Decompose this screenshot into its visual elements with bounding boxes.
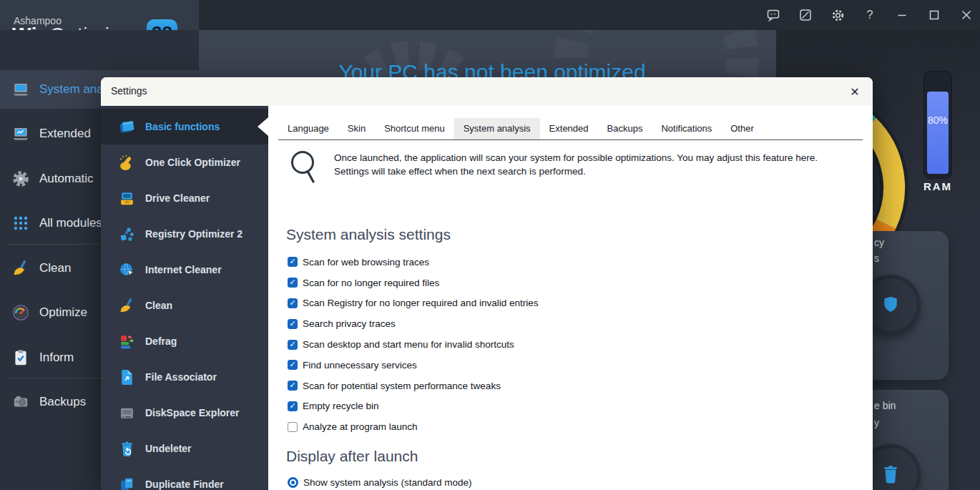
feedback-button[interactable] [763,4,784,26]
radio-row[interactable]: Show system analysis (standard mode) [288,472,472,490]
tab-notifications[interactable]: Notifications [652,118,721,139]
hard-drive-icon [118,404,136,422]
tab-system-analysis[interactable]: System analysis [454,118,540,139]
settings-dialog: Settings ✕ Basic functions [101,77,873,490]
checkbox[interactable] [288,340,298,350]
close-button[interactable] [956,4,977,26]
analysis-checkbox-list: Scan for web browsing traces Scan for no… [288,252,538,437]
nav-item-drive-cleaner[interactable]: Drive Cleaner [101,180,268,216]
help-button[interactable]: ? [859,4,881,26]
checkbox-row[interactable]: Scan Registry for no longer required and… [288,293,538,314]
ram-gauge: 80% [923,71,952,179]
globe-cursor-icon [118,261,136,279]
tab-backups[interactable]: Backups [598,118,652,139]
checkbox-row[interactable]: Scan for potential system performance tw… [288,376,538,396]
help-glyph: ? [867,9,873,21]
dialog-nav: Basic functions One Click Optimizer [101,106,268,490]
radio-button[interactable] [288,477,298,488]
nav-item-label: Basic functions [145,121,220,132]
nav-item-label: Clean [145,300,172,311]
defrag-blocks-icon [118,333,136,351]
tab-description: Once launched, the application will scan… [334,152,839,178]
privacy-card-text: cy [874,237,884,248]
checkbox[interactable] [288,401,298,411]
checkbox-label: Search privacy traces [303,318,396,329]
checkbox-label: Scan for web browsing traces [303,257,429,268]
broom-icon [118,297,136,315]
recycle-card-text: e bin [874,400,896,411]
nav-item-file-associator[interactable]: File Associator [101,359,268,395]
close-icon [960,9,973,21]
maximize-button[interactable] [923,4,945,26]
laptop-icon [11,80,30,99]
radio-label: Show system analysis (standard mode) [303,477,472,488]
checkbox-row[interactable]: Analyze at program launch [288,416,538,437]
nav-item-defrag[interactable]: Defrag [101,323,268,359]
tab-skin[interactable]: Skin [338,118,375,139]
section-heading-display: Display after launch [286,448,418,465]
file-arrow-icon [118,368,136,386]
feedback-bubble-icon [766,8,780,22]
ram-gauge-fill [927,92,949,174]
nav-item-duplicate-finder[interactable]: Duplicate Finder [101,466,268,490]
nav-item-registry-optimizer[interactable]: Registry Optimizer 2 [101,216,268,252]
minimize-button[interactable] [891,4,913,26]
theme-button[interactable] [795,4,816,26]
checkbox-row[interactable]: Scan desktop and start menu for invalid … [288,334,538,355]
trash-undo-icon [118,440,136,458]
checkbox[interactable] [288,298,298,308]
ram-label: RAM [919,180,956,192]
tab-language[interactable]: Language [278,118,338,139]
settings-button[interactable] [827,4,848,26]
checkbox-label: Scan for potential system performance tw… [303,381,501,391]
speedometer-icon [11,303,30,322]
sidebar-item-label: Extended [39,127,91,141]
dialog-content: Language Skin Shortcut menu System analy… [268,106,873,490]
nav-item-label: Duplicate Finder [145,479,224,490]
nav-item-label: Defrag [145,335,177,347]
maximize-icon [928,9,941,21]
checkbox-row[interactable]: Find unnecessary services [288,355,538,376]
checkbox-row[interactable]: Search privacy traces [288,313,538,334]
nav-item-label: DiskSpace Explorer [145,407,240,418]
checkbox[interactable] [288,257,298,267]
checkbox-row[interactable]: Scan for no longer required files [288,273,538,293]
nav-item-diskspace-explorer[interactable]: DiskSpace Explorer [101,395,268,431]
checkbox[interactable] [288,278,298,288]
checkbox[interactable] [288,422,298,432]
checkbox[interactable] [288,319,298,329]
checkbox-row[interactable]: Empty recycle bin [288,396,538,417]
checkbox-row[interactable]: Scan for web browsing traces [288,252,538,273]
nav-item-label: Internet Cleaner [145,264,222,275]
close-x-icon: ✕ [850,85,859,99]
tab-extended[interactable]: Extended [540,118,598,139]
nav-item-undeleter[interactable]: Undeleter [101,431,268,466]
privacy-card-text2: s [874,253,879,264]
shield-icon [880,294,901,315]
camera-icon [11,393,30,411]
nav-item-one-click-optimizer[interactable]: One Click Optimizer [101,144,268,180]
dialog-title: Settings [111,85,147,97]
checkbox[interactable] [288,360,298,370]
nav-item-label: Undeleter [145,443,192,454]
drive-drawer-icon [118,190,136,207]
checkbox[interactable] [288,381,298,391]
dialog-close-button[interactable]: ✕ [846,82,864,101]
sidebar-item-label: Optimize [39,305,87,320]
nav-item-clean[interactable]: Clean [101,288,268,323]
nav-item-internet-cleaner[interactable]: Internet Cleaner [101,252,268,288]
sidebar-item-label: Backups [39,395,86,409]
sidebar-item-label: Automatic [39,172,94,186]
ram-percentage: 80% [924,114,951,126]
laptop-chart-icon [11,124,30,143]
sidebar-item-label: Inform [39,351,74,365]
tab-shortcut-menu[interactable]: Shortcut menu [375,118,454,139]
sidebar-item-label: All modules [39,216,102,230]
window-controls: ? [763,0,977,30]
tab-other[interactable]: Other [721,118,763,139]
nav-item-basic-functions[interactable]: Basic functions [101,109,268,144]
windows-stack-icon [118,118,136,136]
checkbox-label: Analyze at program launch [303,421,418,432]
settings-tabs: Language Skin Shortcut menu System analy… [278,118,863,140]
checkbox-label: Scan desktop and start menu for invalid … [303,339,514,350]
